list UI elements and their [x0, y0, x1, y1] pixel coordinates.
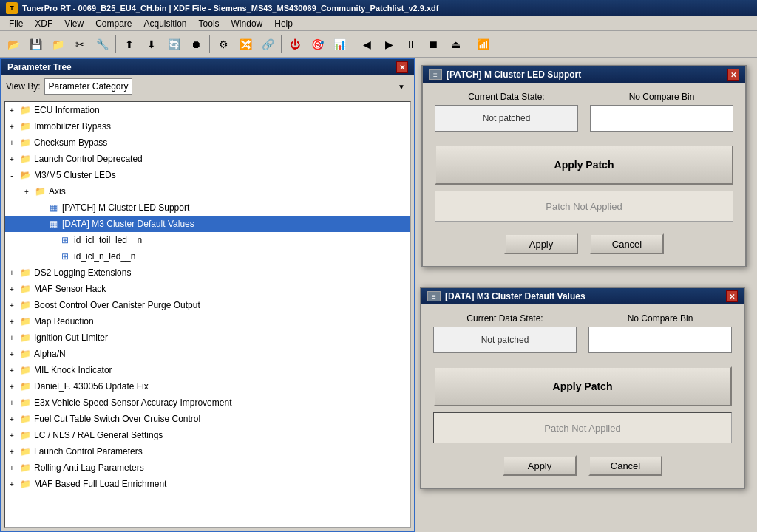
tree-item-id-icl-toil[interactable]: ⊞ id_icl_toil_led__n: [5, 232, 410, 248]
tree-label-m3m5: M3/M5 Cluster LEDs: [34, 170, 116, 180]
toolbar-open[interactable]: 📂: [3, 34, 24, 55]
toolbar-refresh[interactable]: 🔄: [163, 34, 184, 55]
dialog2-apply-patch-button[interactable]: Apply Patch: [433, 366, 732, 406]
toolbar-folder[interactable]: 📁: [47, 34, 68, 55]
tree-item-ecu[interactable]: + 📁 ECU Information: [5, 102, 410, 118]
expand-boost[interactable]: +: [5, 299, 18, 312]
expand-immo[interactable]: +: [5, 120, 18, 133]
tree-item-mil[interactable]: + 📁 MIL Knock Indicator: [5, 362, 410, 378]
tree-item-alpha[interactable]: + 📁 Alpha/N: [5, 346, 410, 362]
expand-launch-dep[interactable]: +: [5, 152, 18, 166]
tree-label-ign: Ignition Cut Limiter: [34, 332, 108, 343]
toolbar-up[interactable]: ⬆: [119, 34, 140, 55]
expand-check[interactable]: +: [5, 136, 18, 149]
toolbar-chart[interactable]: 📊: [329, 34, 350, 55]
toolbar-record[interactable]: ⏺: [186, 34, 206, 55]
tree-item-data-m3-cluster[interactable]: ▦ [DATA] M3 Cluster Default Values: [5, 216, 410, 232]
tree-item-e3x[interactable]: + 📁 E3x Vehicle Speed Sensor Accuracy Im…: [5, 395, 410, 411]
menu-help[interactable]: Help: [268, 17, 299, 30]
toolbar-sep3: [281, 35, 282, 53]
expand-maf-full[interactable]: +: [5, 477, 18, 491]
menu-acquisition[interactable]: Acquisition: [138, 17, 193, 30]
tree-item-patch-m-cluster[interactable]: ▦ [PATCH] M Cluster LED Support: [5, 200, 410, 216]
expand-rolling[interactable]: +: [5, 461, 18, 474]
toolbar-pause[interactable]: ⏸: [401, 34, 421, 55]
dialog2-close-button[interactable]: ✕: [726, 290, 738, 302]
tree-item-maf-full[interactable]: + 📁 MAF Based Full Load Enrichment: [5, 476, 410, 492]
view-by-row: View By: Parameter Category: [1, 75, 414, 98]
dialog1-apply-button[interactable]: Apply: [504, 233, 578, 254]
toolbar-save[interactable]: 💾: [25, 34, 46, 55]
toolbar-power[interactable]: ⏻: [285, 34, 305, 55]
expand-map[interactable]: +: [5, 315, 18, 328]
expand-m3m5[interactable]: -: [5, 168, 18, 182]
menu-compare[interactable]: Compare: [89, 17, 138, 30]
toolbar-wrench[interactable]: 🔧: [92, 34, 112, 55]
toolbar-sep5: [469, 35, 469, 53]
expand-maf[interactable]: +: [5, 282, 18, 296]
expand-lc-nls[interactable]: +: [5, 429, 18, 442]
tree-item-check[interactable]: + 📁 Checksum Bypass: [5, 134, 410, 151]
folder-icon-ds2: 📁: [18, 267, 32, 279]
tree-item-lc-nls[interactable]: + 📁 LC / NLS / RAL General Settings: [5, 427, 410, 443]
expand-daniel[interactable]: +: [5, 380, 18, 393]
tree-item-launch-dep[interactable]: + 📁 Launch Control Deprecated: [5, 151, 410, 167]
expand-launch-ctrl[interactable]: +: [5, 445, 18, 458]
toolbar-target[interactable]: 🎯: [307, 34, 327, 55]
toolbar-eject[interactable]: ⏏: [445, 34, 466, 55]
tree-item-boost[interactable]: + 📁 Boost Control Over Canister Purge Ou…: [5, 297, 410, 313]
tree-label-boost: Boost Control Over Canister Purge Output: [34, 300, 200, 310]
folder-icon-map: 📁: [18, 316, 32, 327]
dialog2-cancel-button[interactable]: Cancel: [588, 455, 662, 476]
menu-xdf[interactable]: XDF: [29, 17, 58, 30]
toolbar-down[interactable]: ⬇: [141, 34, 162, 55]
toolbar: 📂 💾 📁 ✂ 🔧 ⬆ ⬇ 🔄 ⏺ ⚙ 🔀 🔗 ⏻ 🎯 📊 ◀ ▶ ⏸ ⏹ ⏏ …: [0, 31, 757, 58]
expand-axis[interactable]: +: [20, 185, 33, 198]
expand-ign[interactable]: +: [5, 331, 18, 344]
toolbar-cut[interactable]: ✂: [69, 34, 90, 55]
tree-label-rolling: Rolling Anti Lag Parameters: [34, 463, 144, 473]
dialog2-patch-status: Patch Not Applied: [433, 412, 732, 443]
expand-alpha[interactable]: +: [5, 347, 18, 361]
expand-e3x[interactable]: +: [5, 396, 18, 409]
view-by-select[interactable]: Parameter Category: [44, 78, 132, 95]
toolbar-play[interactable]: ▶: [378, 34, 399, 55]
tree-item-axis[interactable]: + 📁 Axis: [5, 183, 410, 200]
tree-item-rolling[interactable]: + 📁 Rolling Anti Lag Parameters: [5, 460, 410, 476]
menu-window[interactable]: Window: [225, 17, 269, 30]
tree-label-maf-full: MAF Based Full Load Enrichment: [34, 479, 166, 489]
expand-mil[interactable]: +: [5, 364, 18, 377]
tree-item-daniel[interactable]: + 📁 Daniel_F. 430056 Update Fix: [5, 378, 410, 395]
dialog2-compare-label: No Compare Bin: [588, 313, 732, 324]
dialog1-cancel-button[interactable]: Cancel: [590, 233, 664, 254]
menu-view[interactable]: View: [58, 17, 89, 30]
toolbar-settings[interactable]: ⚙: [213, 34, 234, 55]
toolbar-prev[interactable]: ◀: [356, 34, 377, 55]
folder-icon-launch-ctrl: 📁: [18, 446, 32, 457]
tree-item-m3m5[interactable]: - 📂 M3/M5 Cluster LEDs: [5, 167, 410, 183]
tree-item-ds2[interactable]: + 📁 DS2 Logging Extensions: [5, 265, 410, 281]
toolbar-signal[interactable]: 📶: [472, 34, 493, 55]
tree-label-data-m3-cluster: [DATA] M3 Cluster Default Values: [62, 219, 194, 229]
tree-item-maf[interactable]: + 📁 MAF Sensor Hack: [5, 281, 410, 297]
menu-file[interactable]: File: [3, 17, 29, 30]
expand-ds2[interactable]: +: [5, 266, 18, 279]
tree-item-id-icl-n[interactable]: ⊞ id_icl_n_led__n: [5, 248, 410, 265]
tree-item-ign[interactable]: + 📁 Ignition Cut Limiter: [5, 330, 410, 346]
dialog1-apply-patch-button[interactable]: Apply Patch: [435, 145, 733, 185]
expand-fuel-cut[interactable]: +: [5, 412, 18, 426]
folder-icon-rolling: 📁: [18, 462, 32, 474]
tree-item-launch-ctrl[interactable]: + 📁 Launch Control Parameters: [5, 443, 410, 460]
param-tree-close-button[interactable]: ✕: [396, 61, 408, 73]
tree-item-fuel-cut[interactable]: + 📁 Fuel Cut Table Switch Over Cruise Co…: [5, 411, 410, 427]
tree-item-map[interactable]: + 📁 Map Reduction: [5, 313, 410, 330]
toolbar-link[interactable]: 🔗: [257, 34, 278, 55]
tree-item-immo[interactable]: + 📁 Immobilizer Bypass: [5, 118, 410, 134]
expand-ecu[interactable]: +: [5, 103, 18, 117]
menu-tools[interactable]: Tools: [193, 17, 225, 30]
toolbar-swap[interactable]: 🔀: [235, 34, 256, 55]
dialog2-apply-button[interactable]: Apply: [503, 455, 577, 476]
dialog1-close-button[interactable]: ✕: [727, 69, 739, 81]
toolbar-stop[interactable]: ⏹: [423, 34, 444, 55]
tree-label-fuel-cut: Fuel Cut Table Switch Over Cruise Contro…: [34, 414, 200, 424]
